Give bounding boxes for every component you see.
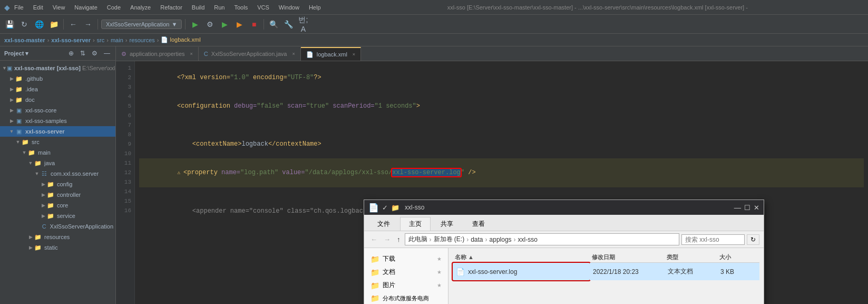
file-size: 3 KB xyxy=(720,268,734,276)
folder-icon: 📁 xyxy=(370,255,379,263)
fe-path-item-1[interactable]: 新加卷 (E:) xyxy=(434,235,465,244)
fe-path-item-3[interactable]: applogs xyxy=(490,236,512,243)
back-button[interactable]: ← xyxy=(67,18,80,31)
tree-item-XxlSsoServerApplication[interactable]: C XxlSsoServerApplication xyxy=(0,221,115,232)
tree-label: static xyxy=(44,244,58,251)
menu-navigate[interactable]: Navigate xyxy=(70,3,101,12)
fe-back-btn[interactable]: ← xyxy=(368,234,379,244)
fe-forward-btn[interactable]: → xyxy=(382,234,393,244)
menu-build[interactable]: Build xyxy=(188,3,209,12)
run-button[interactable]: ▶ xyxy=(218,18,231,31)
java-icon: C xyxy=(41,222,48,231)
tree-item-src[interactable]: ▼ 📁 src xyxy=(0,137,115,147)
tab-close-btn[interactable]: × xyxy=(190,51,193,56)
fe-tab-home[interactable]: 主页 xyxy=(400,217,431,231)
fe-maximize-btn[interactable]: ☐ xyxy=(744,204,750,212)
run-config-selector[interactable]: XxlSsoServerApplication ▼ xyxy=(101,20,182,29)
fe-up-btn[interactable]: ↑ xyxy=(395,234,403,244)
tree-item-config[interactable]: ▶ 📁 config xyxy=(0,179,115,189)
menu-edit[interactable]: Edit xyxy=(29,3,47,12)
tree-item-idea[interactable]: ▶ 📁 .idea xyxy=(0,84,115,94)
tab-close-btn[interactable]: × xyxy=(353,52,355,57)
fe-tab-file[interactable]: 文件 xyxy=(368,217,399,231)
open-browser-button[interactable]: 🌐 xyxy=(33,18,45,31)
fe-tab-share[interactable]: 共享 xyxy=(432,217,462,231)
tree-label: controller xyxy=(57,192,81,198)
file-cell-name[interactable]: 📄 xxl-sso-server.log xyxy=(453,263,590,280)
tab-XxlSsoServerApplication[interactable]: C XxlSsoServerApplication.java × xyxy=(199,47,301,61)
fe-sidebar-pictures[interactable]: 📁 图片 ★ xyxy=(364,279,448,292)
tab-logback-xml[interactable]: 📄 logback.xml × xyxy=(301,47,361,61)
tree-item-java[interactable]: ▼ 📁 java xyxy=(0,158,115,168)
tree-item-service[interactable]: ▶ 📁 service xyxy=(0,211,115,221)
fe-refresh-btn[interactable]: ↻ xyxy=(747,234,759,245)
menu-window[interactable]: Window xyxy=(275,3,304,12)
fe-sidebar-documents[interactable]: 📁 文档 ★ xyxy=(364,265,448,279)
menu-tools[interactable]: Tools xyxy=(230,3,252,12)
menu-file[interactable]: File xyxy=(10,3,28,12)
forward-button[interactable]: → xyxy=(82,18,94,31)
sidebar-btn-4[interactable]: — xyxy=(103,49,111,58)
fe-search-input[interactable] xyxy=(681,234,745,245)
tree-item-xxl-sso-server[interactable]: ▼ ▣ xxl-sso-server xyxy=(0,126,115,137)
breadcrumb-item-5[interactable]: 📄 logback.xml xyxy=(161,36,200,43)
col-header-date[interactable]: 修改日期 xyxy=(590,252,665,263)
tree-item-main[interactable]: ▼ 📁 main xyxy=(0,147,115,158)
tree-item-github[interactable]: ▶ 📁 .github xyxy=(0,73,115,84)
tab-application-properties[interactable]: ⚙ application.properties × xyxy=(116,47,199,61)
tree-item-core[interactable]: ▶ 📁 core xyxy=(0,200,115,211)
menu-code[interactable]: Code xyxy=(103,3,125,12)
search-button[interactable]: 🔍 xyxy=(267,18,280,31)
breadcrumb-item-4[interactable]: resources xyxy=(129,37,154,43)
sidebar-btn-3[interactable]: ⚙ xyxy=(91,49,99,58)
breadcrumb-item-2[interactable]: src xyxy=(97,37,105,43)
menu-view[interactable]: View xyxy=(48,3,70,12)
tree-item-xxl-sso-samples[interactable]: ▶ ▣ xxl-sso-samples xyxy=(0,116,115,126)
fe-path-item-0[interactable]: 此电脑 xyxy=(408,235,427,244)
fe-tab-view[interactable]: 查看 xyxy=(463,217,494,231)
expand-icon: ▼ xyxy=(34,171,40,176)
sidebar-btn-1[interactable]: ⊕ xyxy=(67,49,75,58)
menu-help[interactable]: Help xyxy=(305,3,325,12)
sync-button[interactable]: ↻ xyxy=(18,18,31,31)
menu-run[interactable]: Run xyxy=(210,3,229,12)
tree-item-xxl-sso-master[interactable]: ▼ ▣ xxl-sso-master [xxl-sso] E:\Server\x… xyxy=(0,63,115,73)
settings-button[interactable]: ⚙ xyxy=(203,18,216,31)
build-button[interactable]: ▶ xyxy=(189,18,201,31)
breadcrumb-item-3[interactable]: main xyxy=(111,37,123,43)
stop-button[interactable]: ■ xyxy=(248,18,260,31)
tab-close-btn[interactable]: × xyxy=(292,51,295,56)
menu-vcs[interactable]: VCS xyxy=(253,3,274,12)
breadcrumb-item-0[interactable]: xxl-sso-master xyxy=(4,37,45,43)
sidebar-btn-2[interactable]: ⇅ xyxy=(79,49,86,58)
open-file-button[interactable]: 📁 xyxy=(47,18,60,31)
fe-path-item-2[interactable]: data xyxy=(471,236,483,243)
menu-bar: File Edit View Navigate Code Analyze Ref… xyxy=(10,3,325,12)
tree-item-doc[interactable]: ▶ 📁 doc xyxy=(0,94,115,105)
col-header-size[interactable]: 大小 xyxy=(717,252,759,263)
fe-icon-2: ✓ xyxy=(382,204,388,212)
tree-item-resources[interactable]: ▶ 📁 resources xyxy=(0,232,115,242)
line-num: 9 xyxy=(116,139,131,149)
tree-item-xxl-sso-core[interactable]: ▶ ▣ xxl-sso-core xyxy=(0,105,115,116)
settings2-button[interactable]: 🔧 xyxy=(282,18,295,31)
fe-close-btn[interactable]: ✕ xyxy=(754,204,759,212)
menu-refactor[interactable]: Refactor xyxy=(156,3,187,12)
fe-sidebar-download[interactable]: 📁 下载 ★ xyxy=(364,252,448,265)
save-all-button[interactable]: 💾 xyxy=(3,18,16,31)
tree-item-package[interactable]: ▼ ☷ com.xxl.sso.server xyxy=(0,168,115,179)
tree-item-controller[interactable]: ▶ 📁 controller xyxy=(0,189,115,200)
debug-button[interactable]: ▶ xyxy=(233,18,246,31)
tree-item-static[interactable]: ▶ 📁 static xyxy=(0,242,115,253)
fe-minimize-btn[interactable]: — xyxy=(734,204,741,212)
breadcrumb-item-1[interactable]: xxl-sso-server xyxy=(51,37,91,43)
separator-2 xyxy=(97,19,98,30)
fe-path-item-4[interactable]: xxl-sso xyxy=(518,236,538,243)
col-header-type[interactable]: 类型 xyxy=(665,252,717,263)
fe-sidebar-microservice[interactable]: 📁 分布式微服务电商 xyxy=(364,292,448,304)
expand-icon: ▶ xyxy=(8,97,15,102)
menu-analyze[interactable]: Analyze xyxy=(126,3,155,12)
java-file-icon: C xyxy=(204,51,208,57)
col-header-name[interactable]: 名称 ▲ xyxy=(453,252,590,263)
translate-button[interactable]: 번; A xyxy=(297,18,309,31)
